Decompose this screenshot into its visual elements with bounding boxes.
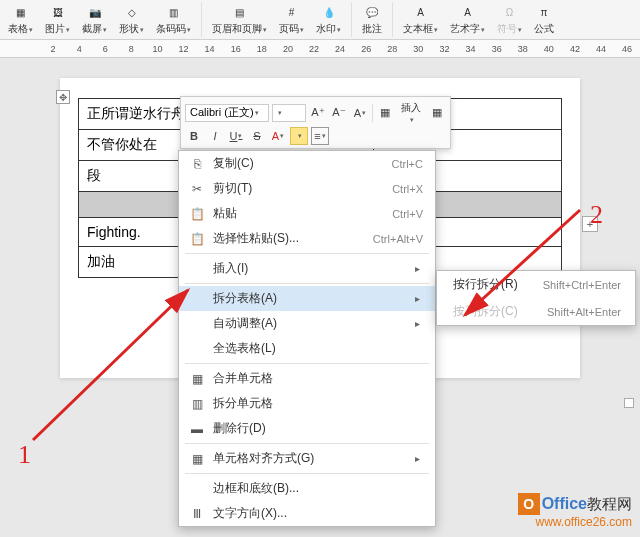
ribbon-formula[interactable]: π 公式 (530, 2, 558, 37)
font-family-select[interactable]: Calibri (正文) ▾ (185, 104, 269, 122)
cut-icon: ✂ (187, 182, 207, 196)
highlight-button[interactable]: ▾ (290, 127, 308, 145)
menu-split-table[interactable]: 拆分表格(A) ▸ (179, 286, 435, 311)
bold-button[interactable]: B (185, 127, 203, 145)
font-size-select[interactable]: ▾ (272, 104, 306, 122)
merge-icon: ▦ (187, 372, 207, 386)
image-icon: 🖼 (49, 3, 67, 21)
text-dir-icon: Ⅲ (187, 507, 207, 521)
office-logo-icon: O (518, 493, 540, 515)
align-icon: ▦ (187, 452, 207, 466)
table-icon: ▦ (12, 3, 30, 21)
ribbon-image[interactable]: 🖼 图片▾ (41, 2, 74, 37)
annotation-number-1: 1 (18, 440, 31, 470)
textbox-icon: A (412, 3, 430, 21)
ribbon-comment[interactable]: 💬 批注 (358, 2, 386, 37)
wordart-icon: A (459, 3, 477, 21)
ribbon-header-footer[interactable]: ▤ 页眉和页脚▾ (208, 2, 271, 37)
paste-icon: 📋 (187, 207, 207, 221)
paste-special-icon: 📋 (187, 232, 207, 246)
italic-button[interactable]: I (206, 127, 224, 145)
menu-borders[interactable]: 边框和底纹(B)... (179, 476, 435, 501)
delete-row-icon: ▬ (187, 422, 207, 436)
ribbon-symbol[interactable]: Ω 符号▾ (493, 2, 526, 37)
ruler: 2468101214161820222426283032343638404244… (0, 40, 640, 58)
pagenum-icon: # (283, 3, 301, 21)
split-table-submenu: 按行拆分(R) Shift+Ctrl+Enter 按列拆分(C) Shift+A… (436, 270, 636, 326)
table-move-handle[interactable]: ✥ (56, 90, 70, 104)
table-insert-icon[interactable]: ▦ (376, 104, 394, 122)
submenu-by-row[interactable]: 按行拆分(R) Shift+Ctrl+Enter (437, 271, 635, 298)
watermark-url: www.office26.com (518, 515, 632, 529)
ribbon-barcode[interactable]: ▥ 条码码▾ (152, 2, 195, 37)
ribbon-textbox[interactable]: A 文本框▾ (399, 2, 442, 37)
ribbon-screenshot[interactable]: 📷 截屏▾ (78, 2, 111, 37)
ribbon-watermark[interactable]: 💧 水印▾ (312, 2, 345, 37)
menu-delete-row[interactable]: ▬ 删除行(D) (179, 416, 435, 441)
menu-split-cells[interactable]: ▥ 拆分单元格 (179, 391, 435, 416)
header-icon: ▤ (231, 3, 249, 21)
mini-grid-icon[interactable]: ▦ (428, 104, 446, 122)
formula-icon: π (535, 3, 553, 21)
menu-paste[interactable]: 📋 粘贴 Ctrl+V (179, 201, 435, 226)
context-menu: ⎘ 复制(C) Ctrl+C ✂ 剪切(T) Ctrl+X 📋 粘贴 Ctrl+… (178, 150, 436, 527)
menu-merge-cells[interactable]: ▦ 合并单元格 (179, 366, 435, 391)
watermark-logo: O Office教程网 www.office26.com (518, 493, 632, 529)
split-icon: ▥ (187, 397, 207, 411)
comment-icon: 💬 (363, 3, 381, 21)
underline-button[interactable]: U▾ (227, 127, 245, 145)
menu-cell-align[interactable]: ▦ 单元格对齐方式(G) ▸ (179, 446, 435, 471)
ribbon-wordart[interactable]: A 艺术字▾ (446, 2, 489, 37)
table-resize-handle[interactable] (624, 398, 634, 408)
annotation-number-2: 2 (590, 200, 603, 230)
submenu-by-col[interactable]: 按列拆分(C) Shift+Alt+Enter (437, 298, 635, 325)
menu-insert[interactable]: 插入(I) ▸ (179, 256, 435, 281)
menu-paste-special[interactable]: 📋 选择性粘贴(S)... Ctrl+Alt+V (179, 226, 435, 251)
mini-toolbar: Calibri (正文) ▾ ▾ A⁺ A⁻ A▾ ▦ 插入▾ ▦ B I U▾… (180, 96, 451, 149)
symbol-icon: Ω (501, 3, 519, 21)
ribbon-page-number[interactable]: # 页码▾ (275, 2, 308, 37)
barcode-icon: ▥ (165, 3, 183, 21)
decrease-font-button[interactable]: A⁻ (330, 104, 348, 122)
copy-icon: ⎘ (187, 157, 207, 171)
clear-format-button[interactable]: A▾ (351, 104, 369, 122)
menu-auto-fit[interactable]: 自动调整(A) ▸ (179, 311, 435, 336)
strike-button[interactable]: S (248, 127, 266, 145)
ribbon: ▦ 表格▾ 🖼 图片▾ 📷 截屏▾ ◇ 形状▾ ▥ 条码码▾ ▤ 页眉和页脚▾ … (0, 0, 640, 40)
shape-icon: ◇ (123, 3, 141, 21)
ribbon-shape[interactable]: ◇ 形状▾ (115, 2, 148, 37)
camera-icon: 📷 (86, 3, 104, 21)
font-color-button[interactable]: A▾ (269, 127, 287, 145)
mini-insert-button[interactable]: 插入▾ (397, 100, 425, 125)
menu-select-all[interactable]: 全选表格(L) (179, 336, 435, 361)
menu-cut[interactable]: ✂ 剪切(T) Ctrl+X (179, 176, 435, 201)
ribbon-table[interactable]: ▦ 表格▾ (4, 2, 37, 37)
menu-text-direction[interactable]: Ⅲ 文字方向(X)... (179, 501, 435, 526)
watermark-icon: 💧 (320, 3, 338, 21)
menu-copy[interactable]: ⎘ 复制(C) Ctrl+C (179, 151, 435, 176)
increase-font-button[interactable]: A⁺ (309, 104, 327, 122)
align-button[interactable]: ≡▾ (311, 127, 329, 145)
